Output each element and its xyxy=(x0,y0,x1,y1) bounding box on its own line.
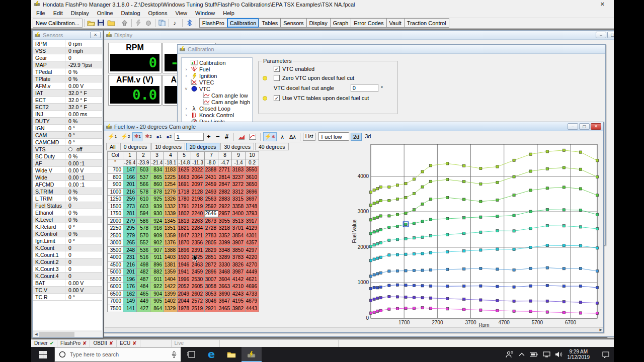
fuel-cell[interactable]: 2356 xyxy=(191,239,205,247)
view-button-graph[interactable]: Graph xyxy=(330,18,352,28)
live-tuning-icon[interactable]: ⚡✱ xyxy=(263,132,277,141)
fuel-cell[interactable]: 3046 xyxy=(205,298,218,305)
map-header-cell[interactable]: -8.0 xyxy=(205,159,218,166)
rpm-row-header[interactable]: 800 xyxy=(108,173,123,181)
rpm-row-header[interactable]: 7500 xyxy=(108,305,123,312)
fuel-cell[interactable]: 166 xyxy=(123,173,137,181)
fuel-cell[interactable]: 4696 xyxy=(246,283,259,291)
fuel-cell[interactable]: 482 xyxy=(137,268,150,276)
fuel-cell[interactable]: 2783 xyxy=(205,232,218,239)
copy-icon[interactable] xyxy=(157,19,167,28)
fuel-cell[interactable]: 4270 xyxy=(246,261,259,268)
horizontal-scrollbar[interactable]: ▶ xyxy=(105,327,603,332)
task-view-button[interactable] xyxy=(181,347,201,362)
fuel-cell[interactable]: 4733 xyxy=(246,290,259,298)
fuel-cell[interactable]: 1254 xyxy=(164,181,178,189)
fuel-cell[interactable]: 566 xyxy=(137,181,150,189)
fuel-cell[interactable]: 4621 xyxy=(246,276,259,283)
menu-edit[interactable]: Edit xyxy=(49,10,67,17)
fuel-cell[interactable]: 259 xyxy=(123,196,137,203)
rpm-row-header[interactable]: 5500 xyxy=(108,276,123,283)
rpm-row-header[interactable]: 6000 xyxy=(108,283,123,291)
fuel-cell[interactable]: 2882 xyxy=(218,188,232,196)
fuel-cell[interactable]: 578 xyxy=(137,225,150,232)
fuel-cell[interactable]: 3690 xyxy=(218,290,232,298)
fuel-cell[interactable]: 2263 xyxy=(191,217,205,225)
fuel-cell[interactable]: 1946 xyxy=(178,261,191,268)
fuel-cell[interactable]: 1941 xyxy=(178,268,191,276)
fuel-cell[interactable]: 3352 xyxy=(218,232,232,239)
fuel-cell[interactable]: 594 xyxy=(137,210,150,218)
fuel-cell[interactable]: 4449 xyxy=(246,268,259,276)
fuel-cell[interactable]: 2957 xyxy=(218,210,232,218)
fuel-cell[interactable]: 273 xyxy=(123,203,137,210)
tree-item-vtec[interactable]: VTEC xyxy=(182,79,252,85)
minimize-button[interactable]: ‒ xyxy=(568,123,578,130)
fuel-cell[interactable]: 4210 xyxy=(232,283,246,291)
fuel-cell[interactable]: 1691 xyxy=(178,181,191,189)
fuel-cell[interactable]: 201 xyxy=(123,181,137,189)
fuel-cell[interactable]: 279 xyxy=(123,217,137,225)
action-center-icon[interactable] xyxy=(602,351,610,358)
fuel-cell[interactable]: 248 xyxy=(123,246,137,254)
fuel-cell[interactable]: 1376 xyxy=(164,239,178,247)
fuel-cell[interactable]: 3330 xyxy=(218,261,232,268)
fuel-cell[interactable]: 1625 xyxy=(178,166,191,174)
axis-2-button[interactable]: ⚡2 xyxy=(119,132,131,141)
fuel-cell[interactable]: 2321 xyxy=(191,232,205,239)
fuel-cell[interactable]: 3289 xyxy=(218,254,232,261)
fuel-cell[interactable]: 909 xyxy=(150,232,164,239)
fuel-cell[interactable]: 882 xyxy=(150,268,164,276)
fuel-cell[interactable]: 2044 xyxy=(178,298,191,305)
increase-button[interactable]: + xyxy=(205,133,213,140)
fuel-cell[interactable]: 147 xyxy=(123,166,137,174)
fuel-cell[interactable]: 911 xyxy=(150,254,164,261)
tab-0-degrees[interactable]: 0 degrees xyxy=(120,143,151,150)
fuel-cell[interactable]: 924 xyxy=(150,217,164,225)
fuel-cell[interactable]: 552 xyxy=(137,239,150,247)
column-header[interactable]: 3 xyxy=(150,152,164,159)
fuel-cell[interactable]: 570 xyxy=(137,232,150,239)
fuel-cell[interactable]: 2198 xyxy=(191,196,205,203)
fuel-cell[interactable]: 911 xyxy=(150,276,164,283)
fuel-cell[interactable]: 3663 xyxy=(218,283,232,291)
fuel-cell[interactable]: 2064 xyxy=(191,173,205,181)
fuel-cell[interactable]: 2572 xyxy=(191,298,205,305)
fuel-cell[interactable]: 3007 xyxy=(205,276,218,283)
rpm-row-header[interactable]: 4000 xyxy=(108,254,123,261)
fuel-cell[interactable]: 3055 xyxy=(218,217,232,225)
fuel-cell[interactable]: 1359 xyxy=(164,268,178,276)
fuel-cell[interactable]: 498 xyxy=(137,261,150,268)
column-header[interactable]: 5 xyxy=(178,152,191,159)
fuel-cell[interactable]: 3907 xyxy=(232,239,246,247)
fuel-cell[interactable]: 2921 xyxy=(205,305,218,312)
map-header-cell[interactable]: -26.4 xyxy=(123,159,137,166)
menu-help[interactable]: Help xyxy=(219,10,238,17)
fuel-cell[interactable]: 4297 xyxy=(246,246,259,254)
fuel-cell[interactable]: 905 xyxy=(150,298,164,305)
maximize-button[interactable]: ▢ xyxy=(607,32,614,38)
fuel-cell[interactable]: 3982 xyxy=(232,305,246,312)
tree-expander-icon[interactable]: ˅ xyxy=(184,86,189,92)
fuel-cell[interactable]: 4301 xyxy=(246,232,259,239)
fuel-cell[interactable]: 2219 xyxy=(191,203,205,210)
fuel-cell[interactable]: 3917 xyxy=(246,217,259,225)
fuel-cell[interactable]: 4357 xyxy=(246,239,259,247)
fuel-cell[interactable]: 1870 xyxy=(178,239,191,247)
lambda-button[interactable]: λ xyxy=(278,132,287,141)
fuel-cell[interactable]: 1326 xyxy=(164,196,178,203)
fuel-cell[interactable]: 4129 xyxy=(246,225,259,232)
fuel-cell[interactable]: 2022 xyxy=(191,166,205,174)
column-header[interactable]: 1 xyxy=(123,152,137,159)
tab-20-degrees[interactable]: 20 degrees xyxy=(186,143,220,150)
fuel-cell[interactable]: 2883 xyxy=(218,196,232,203)
fuel-cell[interactable]: 3183 xyxy=(232,166,246,174)
tree-item-calibration[interactable]: Calibration xyxy=(182,59,252,66)
horizontal-scrollbar[interactable]: ◀ xyxy=(33,331,102,337)
fuel-cell[interactable]: 2459 xyxy=(205,181,218,189)
fuel-cell[interactable]: 537 xyxy=(137,173,150,181)
minimize-button[interactable]: ‒ xyxy=(596,32,606,38)
notes-icon[interactable]: ♪ xyxy=(171,19,181,28)
fuel-cell[interactable]: 864 xyxy=(150,305,164,312)
fuel-cell[interactable]: 265 xyxy=(123,239,137,247)
